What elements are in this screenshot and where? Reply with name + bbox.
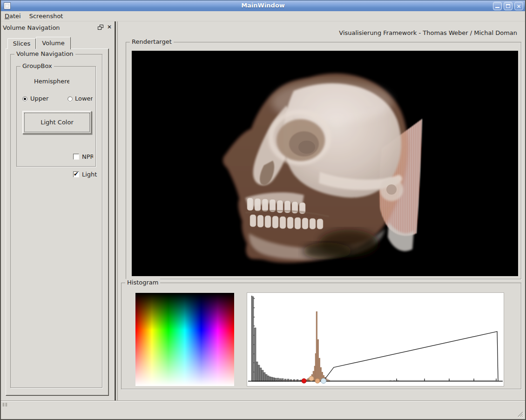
radio-lower[interactable] (67, 96, 73, 102)
light-checkbox-check-icon: ✔ (74, 170, 79, 177)
status-handle-icon (3, 403, 7, 406)
main-window: MainWindow ✕ Datei Screenshot Volume Nav… (0, 0, 526, 420)
render-viewport[interactable] (132, 51, 518, 276)
minimize-icon (495, 7, 499, 8)
histogram-group-label: Histogram (125, 279, 160, 286)
tabbar: Slices Volume (7, 37, 71, 49)
menu-screenshot[interactable]: Screenshot (26, 12, 67, 20)
rendertarget-group-label: Rendertarget (130, 38, 174, 45)
histogram-group: Histogram (121, 283, 521, 389)
hemisphere-radio-row: Upper Lower (0, 96, 115, 103)
statusbar (0, 400, 526, 420)
hemisphere-label: Hemisphere (34, 78, 69, 86)
radio-upper[interactable] (22, 96, 27, 102)
dock-title: Volume Navigation (3, 24, 60, 31)
close-button[interactable]: ✕ (514, 2, 523, 10)
transfer-function-histogram[interactable] (247, 293, 504, 386)
light-checkbox-label: Light (82, 171, 99, 178)
resize-grip[interactable] (517, 411, 524, 418)
color-palette-picker[interactable] (135, 293, 234, 386)
hemisphere-groupbox-label: GroupBox (20, 62, 54, 69)
window-title: MainWindow (0, 2, 526, 9)
dock-float-icon[interactable] (98, 25, 103, 30)
tab-volume[interactable]: Volume (36, 37, 71, 49)
maximize-button[interactable] (504, 2, 513, 10)
titlebar-buttons: ✕ (493, 2, 523, 10)
radio-upper-label: Upper (30, 95, 50, 102)
rendertarget-group: Rendertarget (126, 42, 521, 279)
volume-navigation-group-label: Volume Navigation (14, 50, 75, 57)
radio-lower-label: Lower (75, 95, 93, 102)
close-icon: ✕ (515, 3, 523, 10)
dock-close-icon[interactable]: ✕ (107, 24, 112, 30)
menu-datei[interactable]: Datei (1, 12, 25, 20)
radio-upper-dot (24, 98, 26, 100)
titlebar[interactable]: MainWindow ✕ (0, 0, 526, 11)
light-color-button[interactable]: Light Color (22, 111, 92, 134)
light-checkbox[interactable]: ✔ (73, 171, 79, 177)
maximize-icon (506, 4, 510, 8)
skull-volume-rendering (132, 51, 518, 276)
central-widget: Visualisierung Framework - Thomas Weber … (118, 21, 526, 400)
dock-titlebar[interactable]: Volume Navigation ✕ (2, 23, 113, 33)
npr-checkbox-label: NPR (82, 153, 93, 160)
tab-slices[interactable]: Slices (7, 38, 36, 49)
npr-checkbox[interactable] (73, 154, 79, 160)
menubar: Datei Screenshot (0, 11, 526, 21)
minimize-button[interactable] (493, 2, 502, 10)
credit-label: Visualisierung Framework - Thomas Weber … (339, 29, 517, 36)
dock-volume-navigation: Volume Navigation ✕ Slices Volume Volume… (0, 21, 115, 400)
